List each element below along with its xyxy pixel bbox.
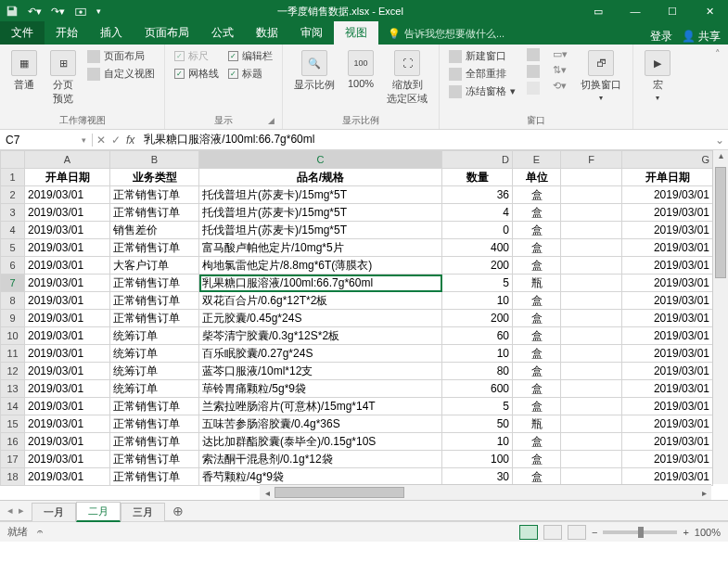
enter-icon[interactable]: ✓ (111, 134, 121, 147)
cell[interactable]: 2019/03/01 (622, 257, 713, 275)
cell[interactable]: 瓶 (513, 415, 561, 433)
cell[interactable]: 2019/03/01 (622, 433, 713, 451)
column-header[interactable]: A (25, 151, 110, 169)
cell[interactable] (561, 310, 622, 327)
cell[interactable]: 统筹订单 (110, 363, 199, 380)
cell[interactable]: 2019/03/01 (622, 239, 713, 257)
cell[interactable]: 蓝芩口服液/10ml*12支 (199, 363, 442, 380)
cell[interactable]: 正常销售订单 (110, 433, 199, 451)
cell[interactable]: 2019/03/01 (25, 380, 110, 398)
cell[interactable]: 业务类型 (110, 169, 199, 186)
cell[interactable]: 2019/03/01 (25, 468, 110, 486)
cell[interactable]: 2019/03/01 (622, 204, 713, 222)
cell[interactable]: 5 (442, 275, 513, 292)
cell[interactable]: 盒 (513, 345, 561, 363)
column-header[interactable]: F (561, 151, 622, 169)
cell[interactable]: 兰索拉唑肠溶片(可意林)/15mg*14T (199, 398, 442, 415)
cell[interactable]: 正常销售订单 (110, 415, 199, 433)
cell[interactable] (561, 415, 622, 433)
cell[interactable]: 2019/03/01 (622, 398, 713, 415)
tab-formulas[interactable]: 公式 (200, 21, 245, 45)
tab-data[interactable]: 数据 (245, 21, 289, 45)
cell[interactable]: 瓶 (513, 275, 561, 292)
select-all-cell[interactable] (1, 151, 25, 169)
cell[interactable]: 400 (442, 239, 513, 257)
normal-view-button[interactable]: ▦普通 (7, 48, 41, 94)
cell[interactable]: 盒 (513, 292, 561, 310)
column-header[interactable]: E (513, 151, 561, 169)
cell[interactable]: 托伐普坦片(苏麦卡)/15mg*5T (199, 186, 442, 204)
scroll-left-icon[interactable]: ◂ (260, 488, 275, 498)
sheet-nav-prev-icon[interactable]: ◂ (7, 505, 13, 517)
cell[interactable]: 2019/03/01 (25, 415, 110, 433)
cell[interactable]: 2019/03/01 (25, 398, 110, 415)
sync-scroll-icon[interactable]: ⇅▾ (553, 64, 568, 76)
cell[interactable] (561, 380, 622, 398)
column-header[interactable]: C (199, 151, 442, 169)
scrollbar-thumb[interactable] (275, 487, 404, 498)
cell[interactable] (561, 239, 622, 257)
hide-icon[interactable] (527, 65, 540, 78)
cell[interactable]: 盒 (513, 327, 561, 345)
cell[interactable]: 10 (442, 433, 513, 451)
cell[interactable]: 正常销售订单 (110, 398, 199, 415)
horizontal-scrollbar[interactable]: ◂ ▸ (260, 484, 711, 500)
cell[interactable]: 正常销售订单 (110, 468, 199, 486)
fx-icon[interactable]: fx (126, 134, 134, 147)
new-window-button[interactable]: 新建窗口 (447, 48, 517, 64)
cell[interactable]: 香芍颗粒/4g*9袋 (199, 468, 442, 486)
row-header[interactable]: 5 (1, 239, 25, 257)
zoom-to-selection-button[interactable]: ⛶缩放到 选定区域 (383, 48, 431, 108)
split-icon[interactable] (527, 48, 540, 61)
cell[interactable]: 富马酸卢帕他定片/10mg*5片 (199, 239, 442, 257)
cell[interactable]: 正常销售订单 (110, 239, 199, 257)
cell[interactable] (561, 275, 622, 292)
camera-icon[interactable] (74, 5, 87, 18)
minimize-icon[interactable]: — (617, 0, 654, 22)
cell[interactable]: 2019/03/01 (25, 275, 110, 292)
unhide-icon[interactable] (527, 82, 540, 95)
cell[interactable]: 盒 (513, 204, 561, 222)
vertical-scrollbar[interactable]: ▴ (712, 150, 728, 484)
cell[interactable]: 盒 (513, 451, 561, 468)
cell[interactable]: 正常销售订单 (110, 204, 199, 222)
cell[interactable]: 2019/03/01 (25, 186, 110, 204)
cell[interactable]: 盒 (513, 186, 561, 204)
page-break-preview-button[interactable]: ⊞分页 预览 (46, 48, 80, 108)
cell[interactable]: 2019/03/01 (622, 310, 713, 327)
tell-me-search[interactable]: 💡告诉我您想要做什么... (378, 23, 514, 45)
view-side-by-side-icon[interactable]: ▭▾ (553, 48, 568, 60)
zoom-button[interactable]: 🔍显示比例 (290, 48, 338, 94)
ribbon-display-options-icon[interactable]: ▭ (580, 0, 617, 22)
cell[interactable] (561, 345, 622, 363)
arrange-all-button[interactable]: 全部重排 (447, 66, 517, 82)
cell[interactable]: 2019/03/01 (622, 415, 713, 433)
row-header[interactable]: 1 (1, 169, 25, 186)
row-header[interactable]: 10 (1, 327, 25, 345)
row-header[interactable]: 4 (1, 222, 25, 239)
cell[interactable] (561, 186, 622, 204)
ruler-checkbox[interactable]: ✓标尺 (172, 48, 221, 64)
cell[interactable]: 4 (442, 204, 513, 222)
cell[interactable]: 达比加群酯胶囊(泰毕全)/0.15g*10S (199, 433, 442, 451)
gridlines-checkbox[interactable]: ✓网格线 (172, 66, 221, 82)
cell[interactable]: 盒 (513, 257, 561, 275)
cell[interactable]: 盒 (513, 398, 561, 415)
cell[interactable]: 荜铃胃痛颗粒/5g*9袋 (199, 380, 442, 398)
cell[interactable]: 0 (442, 222, 513, 239)
cell[interactable]: 2019/03/01 (25, 451, 110, 468)
cell[interactable]: 600 (442, 380, 513, 398)
cell[interactable]: 开单日期 (25, 169, 110, 186)
cell[interactable]: 2019/03/01 (25, 345, 110, 363)
cell[interactable]: 2019/03/01 (622, 451, 713, 468)
cell[interactable]: 2019/03/01 (25, 292, 110, 310)
cell[interactable]: 枸地氯雷他定片/8.8mg*6T(薄膜衣) (199, 257, 442, 275)
cell[interactable]: 双花百合片/0.6g*12T*2板 (199, 292, 442, 310)
cell[interactable]: 80 (442, 363, 513, 380)
row-header[interactable]: 7 (1, 275, 25, 292)
macros-button[interactable]: ▶宏▾ (641, 48, 674, 104)
tab-insert[interactable]: 插入 (89, 21, 134, 45)
chevron-down-icon[interactable]: ▾ (82, 135, 86, 145)
login-link[interactable]: 登录 (650, 29, 672, 45)
page-layout-view-icon[interactable] (543, 525, 562, 540)
